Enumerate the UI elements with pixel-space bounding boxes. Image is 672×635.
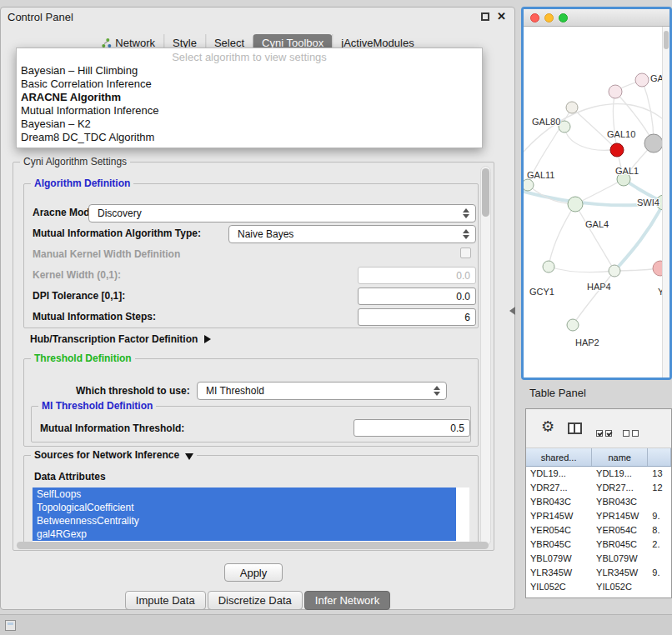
zoom-window-icon[interactable] xyxy=(559,13,568,22)
collapse-triangle-icon[interactable] xyxy=(185,453,193,460)
algorithm-definition-title: Algorithm Definition xyxy=(31,178,133,189)
data-attributes-list[interactable]: SelfLoopsTopologicalCoefficientBetweenne… xyxy=(33,488,469,546)
cell: YLR345W xyxy=(592,566,648,580)
network-window-titlebar[interactable] xyxy=(524,9,669,27)
cell xyxy=(648,495,671,509)
algorithm-option-bayesian-k2[interactable]: Bayesian – K2 xyxy=(17,118,482,131)
cell: YDL19... xyxy=(592,467,648,481)
close-panel-icon[interactable]: ✕ xyxy=(497,10,506,22)
cell: 12 xyxy=(648,481,671,495)
attribute-item-selfloops[interactable]: SelfLoops xyxy=(33,488,456,501)
gear-icon[interactable]: ⚙ xyxy=(541,418,554,435)
table-row[interactable]: YIL052CYIL052C xyxy=(526,580,671,594)
network-edge xyxy=(573,271,614,325)
network-edge xyxy=(524,104,662,152)
table-row[interactable]: YLR345WYLR345W9. xyxy=(526,566,671,580)
mi-threshold-title: MI Threshold Definition xyxy=(38,400,156,412)
cyni-settings-group: Cyni Algorithm Settings Algorithm Defini… xyxy=(13,162,494,551)
scrollbar-thumb[interactable] xyxy=(482,168,489,217)
hub-definition-toggle[interactable]: Hub/Transcription Factor Definition xyxy=(30,333,211,345)
node-label-gal80: GAL80 xyxy=(532,117,560,127)
table-row[interactable]: YBR045CYBR045C2. xyxy=(526,538,671,552)
apply-button[interactable]: Apply xyxy=(224,563,283,582)
network-node[interactable] xyxy=(609,85,622,98)
cell: YER054C xyxy=(592,523,648,538)
column-header-shared[interactable]: shared... xyxy=(526,448,592,466)
network-edge xyxy=(564,127,610,150)
network-node[interactable] xyxy=(543,261,554,272)
network-node[interactable] xyxy=(524,179,534,191)
table-row[interactable]: YDR27...YDR27...12 xyxy=(526,481,671,495)
node-label-swi4: SWI4 xyxy=(637,198,659,208)
settings-horizontal-scrollbar[interactable] xyxy=(17,542,489,549)
algorithm-option-bayesian-hill-climbing[interactable]: Bayesian – Hill Climbing xyxy=(17,64,482,78)
select-checks-icon[interactable] xyxy=(596,425,614,440)
dpi-tolerance-field[interactable] xyxy=(358,288,476,305)
network-node[interactable] xyxy=(567,319,579,331)
aracne-mode-value: Discovery xyxy=(98,208,142,219)
network-node[interactable] xyxy=(566,102,578,113)
tab-impute-data[interactable]: Impute Data xyxy=(125,591,206,610)
tab-discretize-data[interactable]: Discretize Data xyxy=(208,591,303,610)
table-row[interactable]: YPR145WYPR145W9. xyxy=(526,509,671,523)
table-row[interactable]: YER054CYER054C8. xyxy=(526,523,671,538)
minimize-window-icon[interactable] xyxy=(544,13,554,22)
cell: YBL079W xyxy=(592,552,648,566)
table-row[interactable]: YDL19...YDL19...13 xyxy=(526,467,671,481)
column-header-col-2[interactable] xyxy=(648,448,671,466)
network-node[interactable] xyxy=(635,73,649,87)
algorithm-option-basic-correlation-inference[interactable]: Basic Correlation Inference xyxy=(17,78,482,91)
node-label-gcy1: GCY1 xyxy=(529,287,554,297)
mi-type-combo[interactable]: Naive Bayes xyxy=(228,225,476,243)
attribute-item-betweennesscentrality[interactable]: BetweennessCentrality xyxy=(33,514,456,528)
settings-vertical-scrollbar[interactable] xyxy=(480,166,491,546)
tab-infer-network[interactable]: Infer Network xyxy=(304,591,390,610)
dpi-tolerance-label: DPI Tolerance [0,1]: xyxy=(33,290,125,302)
cell: YER054C xyxy=(526,523,592,538)
network-view-window: GALGAL80GAL10GAL11GAL1SWI4GAL4GCY1HAP4HA… xyxy=(521,7,672,380)
network-graph[interactable]: GALGAL80GAL10GAL11GAL1SWI4GAL4GCY1HAP4HA… xyxy=(524,27,662,378)
panel-grid-icon[interactable] xyxy=(5,620,16,631)
network-edge xyxy=(575,179,624,204)
which-threshold-combo[interactable]: MI Threshold xyxy=(197,382,447,400)
network-edge xyxy=(613,92,617,150)
scrollbar-thumb[interactable] xyxy=(17,542,489,549)
cell: YPR145W xyxy=(526,509,592,523)
network-node[interactable] xyxy=(653,261,662,276)
algorithm-option-mutual-information-inference[interactable]: Mutual Information Inference xyxy=(17,104,482,118)
columns-icon[interactable] xyxy=(568,422,582,434)
attribute-item-gal4rgexp[interactable]: gal4RGexp xyxy=(33,528,456,541)
clear-checks-icon[interactable] xyxy=(623,425,641,440)
mi-threshold-field[interactable] xyxy=(354,419,470,437)
scrollbar-thumb[interactable] xyxy=(664,31,669,49)
algorithm-option-aracne-algorithm[interactable]: ARACNE Algorithm xyxy=(17,91,482,104)
hub-definition-label: Hub/Transcription Factor Definition xyxy=(30,333,198,345)
table-row[interactable]: YBR043CYBR043C xyxy=(526,495,671,509)
network-canvas[interactable]: GALGAL80GAL10GAL11GAL1SWI4GAL4GCY1HAP4HA… xyxy=(524,27,669,380)
table-row[interactable]: YBL079WYBL079W xyxy=(526,552,671,566)
application-root: Control Panel ✕ NetworkStyleSelectCyni T… xyxy=(0,0,672,635)
cell: YIL052C xyxy=(592,580,648,594)
cell: 8. xyxy=(648,523,671,538)
close-window-icon[interactable] xyxy=(530,13,539,22)
sources-group: Sources for Network Inference Data Attri… xyxy=(23,455,479,548)
node-label-gal: GAL xyxy=(650,73,662,83)
network-node[interactable] xyxy=(568,197,583,212)
aracne-mode-combo[interactable]: Discovery xyxy=(88,204,476,222)
algorithm-dropdown-popup: Select algorithm to view settings Bayesi… xyxy=(16,48,483,148)
cell: YIL052C xyxy=(526,580,592,594)
algorithm-option-dream8-dc-tdc-algorithm[interactable]: Dream8 DC_TDC Algorithm xyxy=(17,131,482,144)
cell xyxy=(648,552,671,566)
network-vertical-scrollbar[interactable] xyxy=(662,27,669,380)
combo-arrows-icon xyxy=(463,208,470,218)
network-node[interactable] xyxy=(609,265,620,277)
attribute-item-topologicalcoefficient[interactable]: TopologicalCoefficient xyxy=(33,501,456,514)
mi-threshold-group: MI Threshold Definition Mutual Informati… xyxy=(31,406,471,442)
network-node[interactable] xyxy=(644,134,662,152)
algorithm-popup-list: Bayesian – Hill ClimbingBasic Correlatio… xyxy=(17,64,482,144)
float-window-icon[interactable] xyxy=(481,12,489,21)
network-node[interactable] xyxy=(610,143,624,157)
column-header-name[interactable]: name xyxy=(592,448,648,466)
splitter-collapse-icon[interactable] xyxy=(509,307,515,315)
mi-steps-field[interactable] xyxy=(358,308,476,326)
